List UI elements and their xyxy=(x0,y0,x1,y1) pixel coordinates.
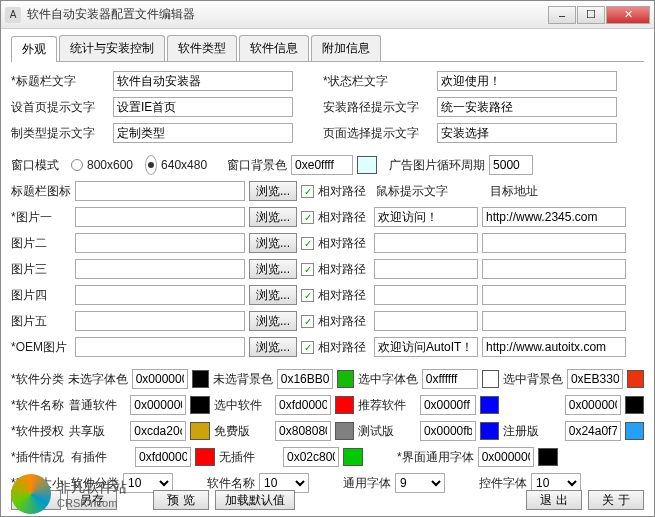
check-relpath-pic-2[interactable]: ✓ xyxy=(301,263,314,276)
browse-pic-2[interactable]: 浏览... xyxy=(249,259,297,279)
input-no-plugin[interactable] xyxy=(283,447,339,467)
label-640x480: 640x480 xyxy=(161,158,207,172)
input-registered[interactable] xyxy=(565,421,621,441)
input-ui-font[interactable] xyxy=(478,447,534,467)
load-default-button[interactable]: 加载默认值 xyxy=(215,490,295,510)
label-unsel-font: 未选字体色 xyxy=(68,371,128,388)
tab-stats[interactable]: 统计与安装控制 xyxy=(59,35,165,61)
swatch-shareware[interactable] xyxy=(190,422,209,440)
input-pic-path-5[interactable] xyxy=(75,337,245,357)
input-pic-path-1[interactable] xyxy=(75,233,245,253)
input-pageselect-text[interactable] xyxy=(437,123,617,143)
input-homepage-text[interactable] xyxy=(113,97,293,117)
input-selected-soft[interactable] xyxy=(275,395,331,415)
input-recommend-soft[interactable] xyxy=(420,395,476,415)
input-pic-url-4[interactable] xyxy=(482,311,626,331)
input-pic-hint-4[interactable] xyxy=(374,311,478,331)
input-pic-url-1[interactable] xyxy=(482,233,626,253)
swatch-normal-soft[interactable] xyxy=(190,396,209,414)
tab-extra[interactable]: 附加信息 xyxy=(311,35,381,61)
label-soft-category-colors: *软件分类 xyxy=(11,371,64,388)
minimize-button[interactable]: – xyxy=(548,6,576,24)
swatch-selected-soft[interactable] xyxy=(335,396,354,414)
input-pic-url-3[interactable] xyxy=(482,285,626,305)
swatch-ui-font[interactable] xyxy=(538,448,558,466)
input-window-bgcolor[interactable] xyxy=(291,155,353,175)
input-freeware[interactable] xyxy=(275,421,331,441)
swatch-no-plugin[interactable] xyxy=(343,448,363,466)
swatch-sel-font[interactable] xyxy=(482,370,499,388)
watermark: 非凡软件站 CRSKY.com xyxy=(11,474,127,514)
about-button[interactable]: 关 于 xyxy=(588,490,644,510)
input-pic-url-2[interactable] xyxy=(482,259,626,279)
input-pic-hint-2[interactable] xyxy=(374,259,478,279)
preview-button[interactable]: 预 览 xyxy=(153,490,209,510)
input-pic-url-0[interactable] xyxy=(482,207,626,227)
input-pic-hint-5[interactable] xyxy=(374,337,478,357)
check-relpath-pic-0[interactable]: ✓ xyxy=(301,211,314,224)
maximize-button[interactable]: ☐ xyxy=(577,6,605,24)
check-relpath-pic-3[interactable]: ✓ xyxy=(301,289,314,302)
label-registered: 注册版 xyxy=(503,423,561,440)
tab-info[interactable]: 软件信息 xyxy=(239,35,309,61)
input-pic-hint-3[interactable] xyxy=(374,285,478,305)
tab-appearance[interactable]: 外观 xyxy=(11,36,57,62)
input-pic-path-0[interactable] xyxy=(75,207,245,227)
close-button[interactable]: ✕ xyxy=(606,6,650,24)
input-titlebar-icon[interactable] xyxy=(75,181,245,201)
input-pic-path-2[interactable] xyxy=(75,259,245,279)
check-relpath-pic-1[interactable]: ✓ xyxy=(301,237,314,250)
browse-titlebar-icon[interactable]: 浏览... xyxy=(249,181,297,201)
swatch-freeware[interactable] xyxy=(335,422,354,440)
radio-640x480[interactable] xyxy=(145,155,157,175)
browse-pic-4[interactable]: 浏览... xyxy=(249,311,297,331)
input-softname-extra[interactable] xyxy=(565,395,621,415)
label-typetext: 制类型提示文字 xyxy=(11,125,109,142)
browse-pic-0[interactable]: 浏览... xyxy=(249,207,297,227)
browse-pic-1[interactable]: 浏览... xyxy=(249,233,297,253)
input-shareware[interactable] xyxy=(130,421,186,441)
label-relpath-0: 相对路径 xyxy=(318,183,366,200)
input-titlebar-text[interactable] xyxy=(113,71,293,91)
swatch-window-bgcolor[interactable] xyxy=(357,156,377,174)
exit-button[interactable]: 退 出 xyxy=(526,490,582,510)
input-normal-soft[interactable] xyxy=(130,395,186,415)
label-shareware: 共享版 xyxy=(69,423,127,440)
input-pic-url-5[interactable] xyxy=(482,337,626,357)
swatch-registered[interactable] xyxy=(625,422,644,440)
label-relpath-pic-1: 相对路径 xyxy=(318,235,366,252)
input-typetext[interactable] xyxy=(113,123,293,143)
input-sel-bg[interactable] xyxy=(567,369,623,389)
swatch-unsel-bg[interactable] xyxy=(337,370,354,388)
input-ad-cycle[interactable] xyxy=(489,155,533,175)
input-unsel-bg[interactable] xyxy=(277,369,333,389)
label-pic-0: *图片一 xyxy=(11,209,71,226)
check-relpath-pic-4[interactable]: ✓ xyxy=(301,315,314,328)
check-relpath-titlebar-icon[interactable]: ✓ xyxy=(301,185,314,198)
app-icon: A xyxy=(5,7,21,23)
swatch-beta[interactable] xyxy=(480,422,499,440)
swatch-unsel-font[interactable] xyxy=(192,370,209,388)
input-beta[interactable] xyxy=(420,421,476,441)
swatch-has-plugin[interactable] xyxy=(195,448,215,466)
label-statusbar-text: *状态栏文字 xyxy=(323,73,433,90)
input-has-plugin[interactable] xyxy=(135,447,191,467)
input-pic-hint-1[interactable] xyxy=(374,233,478,253)
check-relpath-pic-5[interactable]: ✓ xyxy=(301,341,314,354)
input-unsel-font[interactable] xyxy=(132,369,188,389)
input-sel-font[interactable] xyxy=(422,369,478,389)
swatch-sel-bg[interactable] xyxy=(627,370,644,388)
input-pic-hint-0[interactable] xyxy=(374,207,478,227)
browse-pic-5[interactable]: 浏览... xyxy=(249,337,297,357)
tab-type[interactable]: 软件类型 xyxy=(167,35,237,61)
label-installpath-text: 安装路径提示文字 xyxy=(323,99,433,116)
radio-800x600[interactable] xyxy=(71,159,83,171)
input-pic-path-4[interactable] xyxy=(75,311,245,331)
input-installpath-text[interactable] xyxy=(437,97,617,117)
swatch-softname-extra[interactable] xyxy=(625,396,644,414)
swatch-recommend-soft[interactable] xyxy=(480,396,499,414)
input-pic-path-3[interactable] xyxy=(75,285,245,305)
browse-pic-3[interactable]: 浏览... xyxy=(249,285,297,305)
input-statusbar-text[interactable] xyxy=(437,71,617,91)
label-plugin-colors: *插件情况 xyxy=(11,449,67,466)
